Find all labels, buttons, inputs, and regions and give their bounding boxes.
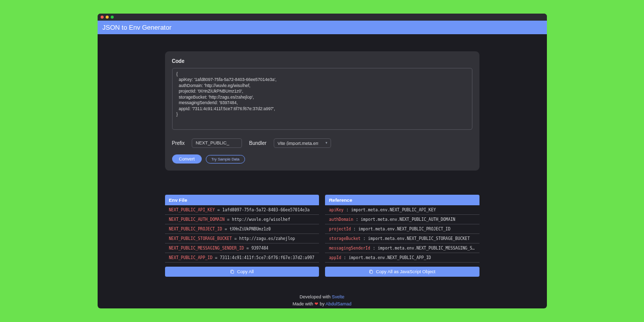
maximize-icon[interactable]	[111, 16, 114, 19]
env-row[interactable]: appId:import.meta.env.NEXT_PUBLIC_APP_ID	[325, 253, 479, 263]
by-text: by	[318, 301, 326, 306]
env-separator: :	[353, 227, 356, 231]
env-separator: :	[363, 236, 366, 241]
env-separator: =	[224, 227, 227, 231]
env-key: authDomain	[329, 217, 353, 222]
reference-header: Reference	[325, 195, 479, 205]
heart-icon: ❤	[314, 301, 318, 306]
envfile-header: Env File	[165, 195, 319, 205]
env-row[interactable]: NEXT_PUBLIC_AUTH_DOMAIN=http://wuvle.eg/…	[165, 215, 319, 224]
env-row[interactable]: NEXT_PUBLIC_MESSAGING_SENDER_ID=9397484	[165, 244, 319, 253]
env-row[interactable]: NEXT_PUBLIC_APP_ID=7311:4c91:411f:5ce7:6…	[165, 253, 319, 263]
env-row[interactable]: NEXT_PUBLIC_PROJECT_ID=tXHnZiUkPNBUmz1z0	[165, 224, 319, 234]
button-row: Convert Try Sample Data	[172, 154, 472, 164]
app-title: JSON to Env Generator	[103, 24, 172, 31]
code-input[interactable]: { apiKey: '1afd8097-75fa-5a72-8403-66ee5…	[172, 68, 472, 130]
env-value: 7311:4c91:411f:5ce7:6f76:f67e:37d2:a997	[220, 256, 314, 260]
minimize-icon[interactable]	[106, 16, 109, 19]
env-value: 1afd8097-75fa-5a72-8403-66ee57014e3a	[222, 208, 309, 212]
app-window: JSON to Env Generator Code { apiKey: '1a…	[98, 14, 547, 308]
options-row: Prefix Bundler Vite (import.meta.env) ▾	[172, 138, 472, 148]
bundler-select-wrap: Vite (import.meta.env) ▾	[274, 138, 331, 148]
author-link[interactable]: AbdulSamad	[326, 301, 352, 306]
footer: Developed with Svelte Made with ❤ by Abd…	[292, 294, 351, 307]
env-row[interactable]: authDomain:import.meta.env.NEXT_PUBLIC_A…	[325, 215, 479, 224]
env-value: import.meta.env.NEXT_PUBLIC_MESSAGING_SE…	[378, 246, 475, 251]
app-header: JSON to Env Generator	[98, 21, 547, 34]
bundler-select[interactable]: Vite (import.meta.env)	[274, 138, 331, 148]
svelte-link[interactable]: Svelte	[332, 294, 345, 299]
env-row[interactable]: storageBucket:import.meta.env.NEXT_PUBLI…	[325, 234, 479, 244]
env-separator: =	[215, 256, 217, 260]
env-separator: =	[247, 246, 249, 251]
env-separator: :	[373, 246, 375, 251]
env-separator: =	[227, 217, 229, 222]
copy-envfile-label: Copy All	[237, 269, 254, 274]
reference-body: apiKey:import.meta.env.NEXT_PUBLIC_API_K…	[325, 205, 479, 263]
env-key: NEXT_PUBLIC_MESSAGING_SENDER_ID	[169, 246, 244, 251]
env-key: NEXT_PUBLIC_AUTH_DOMAIN	[169, 217, 225, 222]
svg-rect-1	[370, 270, 373, 273]
env-key: appId	[329, 256, 341, 260]
envfile-panel: Env File NEXT_PUBLIC_API_KEY=1afd8097-75…	[165, 195, 319, 277]
clipboard-icon	[369, 270, 373, 274]
env-key: NEXT_PUBLIC_APP_ID	[169, 256, 213, 260]
env-key: messagingSenderId	[329, 246, 370, 251]
convert-button[interactable]: Convert	[172, 154, 202, 164]
env-row[interactable]: projectId:import.meta.env.NEXT_PUBLIC_PR…	[325, 224, 479, 234]
svg-rect-0	[231, 270, 234, 273]
try-sample-button[interactable]: Try Sample Data	[206, 155, 245, 164]
close-icon[interactable]	[101, 16, 104, 19]
app-content: Code { apiKey: '1afd8097-75fa-5a72-8403-…	[98, 34, 547, 308]
env-separator: =	[217, 208, 220, 212]
env-value: http://wuvle.eg/wisolhef	[232, 217, 290, 222]
env-key: storageBucket	[329, 236, 361, 241]
env-separator: :	[346, 208, 349, 212]
input-card: Code { apiKey: '1afd8097-75fa-5a72-8403-…	[165, 51, 479, 171]
prefix-label: Prefix	[172, 140, 185, 146]
copy-reference-button[interactable]: Copy All as JavaScript Object	[325, 267, 479, 277]
env-key: apiKey	[329, 208, 344, 212]
window-titlebar	[98, 14, 547, 21]
env-row[interactable]: NEXT_PUBLIC_STORAGE_BUCKET=http://zagu.e…	[165, 234, 319, 244]
env-row[interactable]: messagingSenderId:import.meta.env.NEXT_P…	[325, 244, 479, 253]
env-key: NEXT_PUBLIC_API_KEY	[169, 208, 215, 212]
env-value: 9397484	[252, 246, 269, 251]
envfile-body: NEXT_PUBLIC_API_KEY=1afd8097-75fa-5a72-8…	[165, 205, 319, 263]
footer-line-2: Made with ❤ by AbdulSamad	[292, 301, 351, 308]
output-panels: Env File NEXT_PUBLIC_API_KEY=1afd8097-75…	[165, 195, 479, 277]
dev-prefix: Developed with	[299, 294, 332, 299]
reference-panel: Reference apiKey:import.meta.env.NEXT_PU…	[325, 195, 479, 277]
bundler-label: Bundler	[249, 140, 266, 146]
clipboard-icon	[230, 270, 234, 274]
env-value: import.meta.env.NEXT_PUBLIC_AUTH_DOMAIN	[361, 217, 455, 222]
made-prefix: Made with	[292, 301, 314, 306]
env-value: import.meta.env.NEXT_PUBLIC_PROJECT_ID	[358, 227, 450, 231]
env-key: projectId	[329, 227, 351, 231]
env-value: tXHnZiUkPNBUmz1z0	[229, 227, 271, 231]
env-value: http://zagu.es/zahejlop	[239, 236, 295, 241]
prefix-input[interactable]	[192, 138, 242, 148]
env-key: NEXT_PUBLIC_STORAGE_BUCKET	[169, 236, 232, 241]
env-row[interactable]: apiKey:import.meta.env.NEXT_PUBLIC_API_K…	[325, 205, 479, 215]
env-separator: :	[344, 256, 346, 260]
copy-envfile-button[interactable]: Copy All	[165, 267, 319, 277]
env-row[interactable]: NEXT_PUBLIC_API_KEY=1afd8097-75fa-5a72-8…	[165, 205, 319, 215]
footer-line-1: Developed with Svelte	[292, 294, 351, 301]
env-value: import.meta.env.NEXT_PUBLIC_API_KEY	[351, 208, 436, 212]
copy-reference-label: Copy All as JavaScript Object	[376, 269, 435, 274]
env-separator: :	[356, 217, 358, 222]
env-separator: =	[234, 236, 237, 241]
env-value: import.meta.env.NEXT_PUBLIC_APP_ID	[349, 256, 431, 260]
code-label: Code	[172, 58, 472, 64]
env-value: import.meta.env.NEXT_PUBLIC_STORAGE_BUCK…	[368, 236, 469, 241]
env-key: NEXT_PUBLIC_PROJECT_ID	[169, 227, 222, 231]
